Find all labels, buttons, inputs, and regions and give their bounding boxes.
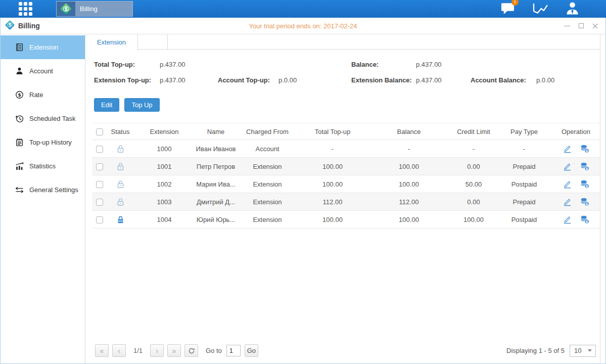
table-row-1000: 1000Иван ИвановAccount----$: [92, 140, 600, 158]
sidebar-item-extension[interactable]: Extension: [1, 35, 85, 59]
topbar-actions: !: [500, 1, 580, 17]
balance-cell: 100.00: [367, 175, 451, 193]
topbar-tab-billing[interactable]: $ Billing: [56, 1, 133, 17]
extension-cell: 1001: [133, 158, 195, 175]
table-row-1004: 1004Юрий Юрь...Extension100.00100.00100.…: [92, 211, 600, 229]
sidebar-item-general-settings[interactable]: General Settings: [1, 178, 85, 202]
column-header-name: Name: [195, 123, 237, 140]
select-all-cell: [92, 123, 107, 140]
topup-icon[interactable]: $: [580, 162, 589, 171]
topup-icon[interactable]: $: [580, 145, 589, 153]
app-launcher-button[interactable]: [19, 2, 32, 16]
credit-limit-cell: -: [451, 140, 496, 158]
edit-icon[interactable]: [563, 180, 572, 189]
column-header-total-top-up: Total Top-up: [298, 123, 367, 140]
page-size-value: 10: [574, 347, 581, 354]
row-checkbox[interactable]: [96, 146, 103, 153]
extension-balance-label: Extension Balance:: [351, 72, 416, 88]
svg-text:$: $: [586, 202, 588, 206]
messages-button[interactable]: !: [500, 1, 515, 17]
sidebar-item-label: Scheduled Task: [29, 115, 76, 122]
sidebar-item-label: Top-up History: [29, 139, 72, 146]
select-all-checkbox[interactable]: [96, 128, 103, 135]
svg-text:$: $: [586, 219, 588, 223]
sidebar-item-top-up-history[interactable]: Top-up History: [1, 130, 85, 154]
lock-closed-icon[interactable]: [116, 215, 125, 224]
row-select-cell: [92, 211, 107, 229]
notepad-icon: [15, 138, 24, 147]
page-size-select[interactable]: 10: [570, 345, 596, 357]
topup-icon[interactable]: $: [580, 180, 589, 189]
pagination-summary: Displaying 1 - 5 of 5 10: [506, 345, 596, 357]
balance-cell: -: [367, 140, 451, 158]
charged-from-cell: Account: [237, 140, 298, 158]
lock-open-icon[interactable]: [116, 198, 125, 206]
svg-text:$: $: [586, 184, 588, 188]
row-checkbox[interactable]: [96, 199, 103, 206]
total-topup-value: p.437.00: [160, 57, 218, 72]
pay-type-cell: Prepaid: [496, 158, 552, 175]
total-topup-cell: 100.00: [298, 175, 367, 193]
extension-cell: 1002: [133, 175, 195, 193]
sidebar-item-statistics[interactable]: Statistics: [1, 154, 85, 178]
name-cell: Дмитрий Д...: [195, 193, 237, 211]
edit-icon[interactable]: [563, 145, 572, 153]
operation-cell: $: [552, 175, 600, 193]
topup-icon[interactable]: $: [580, 198, 589, 206]
tab-extension[interactable]: Extension: [85, 34, 138, 50]
window-title: Billing: [18, 22, 40, 30]
name-cell: Мария Ива...: [195, 175, 237, 193]
sliders-icon: [15, 186, 24, 194]
pay-type-cell: Postpaid: [496, 211, 552, 229]
first-page-button[interactable]: «: [95, 344, 109, 357]
row-checkbox[interactable]: [96, 163, 103, 170]
account-button[interactable]: [565, 1, 580, 17]
charged-from-cell: Extension: [237, 175, 298, 193]
credit-limit-cell: 100.00: [451, 211, 496, 229]
charged-from-cell: Extension: [237, 211, 298, 229]
topbar: $ Billing !: [0, 0, 606, 18]
pay-type-cell: Prepaid: [496, 193, 552, 211]
sidebar-item-rate[interactable]: $Rate: [1, 83, 85, 107]
balance-summary: Total Top-up: p.437.00 Balance: p.437.00…: [85, 50, 600, 88]
topup-icon[interactable]: $: [580, 215, 589, 224]
account-balance-label: Account Balance:: [471, 72, 536, 88]
total-topup-cell: 100.00: [298, 158, 367, 175]
total-topup-cell: 100.00: [298, 211, 367, 229]
tabstrip-divider: [138, 34, 168, 50]
edit-icon[interactable]: [563, 162, 572, 171]
last-page-button[interactable]: »: [167, 344, 181, 357]
edit-icon[interactable]: [563, 198, 572, 206]
reports-button[interactable]: [532, 2, 548, 16]
extension-topup-label: Extension Top-up:: [94, 72, 160, 88]
app-body: ExtensionAccount$RateScheduled TaskTop-u…: [1, 34, 605, 363]
account-topup-value: p.0.00: [278, 72, 351, 88]
table-row-1003: 1003Дмитрий Д...Extension112.00112.000.0…: [92, 193, 600, 211]
goto-page-input[interactable]: [226, 345, 241, 356]
lock-open-icon[interactable]: [116, 162, 125, 171]
table-header-row: StatusExtensionNameCharged FromTotal Top…: [92, 123, 600, 140]
total-topup-cell: 112.00: [298, 193, 367, 211]
lock-open-icon[interactable]: [116, 145, 125, 153]
column-header-balance: Balance: [367, 123, 451, 140]
sidebar-item-account[interactable]: Account: [1, 59, 85, 83]
user-icon: [565, 1, 580, 17]
go-button[interactable]: Go: [245, 344, 258, 357]
row-checkbox[interactable]: [96, 216, 103, 223]
row-checkbox[interactable]: [96, 181, 103, 188]
lock-open-icon[interactable]: [116, 180, 125, 189]
minimize-button[interactable]: [564, 23, 570, 29]
edit-icon[interactable]: [563, 215, 572, 224]
toolbar: Edit Top Up: [94, 98, 600, 112]
notification-badge: !: [511, 0, 519, 6]
close-button[interactable]: [592, 23, 598, 29]
next-page-button[interactable]: ›: [150, 344, 164, 357]
svg-text:$: $: [9, 23, 12, 27]
top-up-button[interactable]: Top Up: [124, 98, 159, 112]
prev-page-button[interactable]: ‹: [112, 344, 126, 357]
maximize-button[interactable]: [578, 23, 584, 29]
refresh-button[interactable]: [184, 344, 198, 357]
edit-button[interactable]: Edit: [94, 98, 119, 112]
name-cell: Юрий Юрь...: [195, 211, 237, 229]
sidebar-item-scheduled-task[interactable]: Scheduled Task: [1, 107, 85, 130]
